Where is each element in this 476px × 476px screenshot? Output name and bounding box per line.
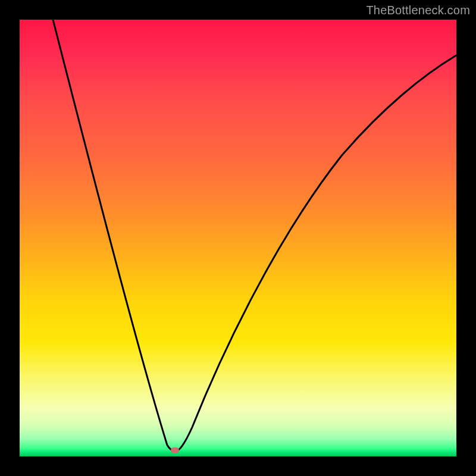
watermark-text: TheBottleneck.com — [366, 4, 470, 17]
plot-area — [20, 20, 456, 456]
chart-stage: TheBottleneck.com — [0, 0, 476, 476]
